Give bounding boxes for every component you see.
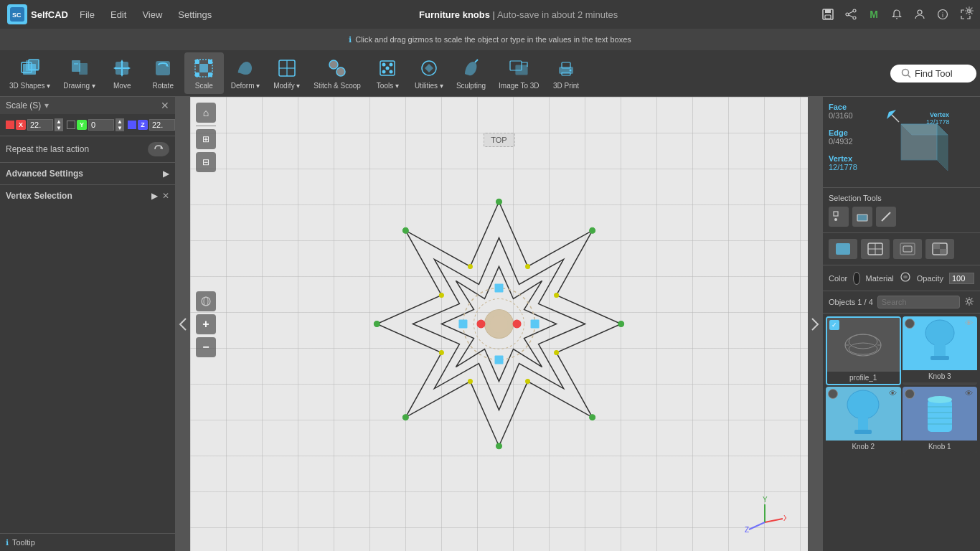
axis-x-checkbox[interactable] — [6, 121, 14, 129]
viewport-expand-icon[interactable]: ⊞ — [196, 129, 216, 149]
vertex-selection-arrow[interactable]: ▶ — [151, 191, 158, 201]
object-card-knob1[interactable]: 👁 Knob 1 — [903, 387, 978, 453]
objects-settings-button[interactable] — [964, 296, 974, 309]
svg-line-9 — [849, 15, 853, 17]
object-label-knob3: Knob 3 — [903, 370, 978, 382]
tool-tools[interactable]: Tools ▾ — [368, 52, 407, 94]
color-swatch[interactable] — [853, 272, 859, 285]
axis-z-checkbox[interactable] — [128, 121, 136, 129]
3d-print-label: 3D Print — [553, 82, 579, 90]
object-eye-knob1[interactable]: 👁 — [965, 389, 975, 399]
object-eye-knob3[interactable]: 👁 — [965, 319, 975, 329]
opacity-input[interactable] — [949, 273, 974, 284]
tool-3d-print[interactable]: 3D Print — [547, 52, 586, 94]
svg-point-70 — [526, 380, 530, 384]
select-vertex-tool[interactable] — [829, 207, 849, 227]
m-icon[interactable]: M — [867, 7, 881, 22]
tool-3d-shapes[interactable]: 3D Shapes ▾ — [4, 52, 56, 94]
svg-text:Z: Z — [745, 526, 749, 534]
solid-view-button[interactable] — [829, 239, 857, 259]
repeat-action-button[interactable] — [148, 142, 169, 156]
vertex-selection-close[interactable]: ✕ — [162, 191, 169, 201]
tool-move[interactable]: Move — [103, 52, 142, 94]
info-icon[interactable]: i — [936, 7, 950, 22]
zoom-out-control[interactable]: − — [196, 337, 216, 357]
tool-stitch-scoop[interactable]: Stitch & Scoop — [308, 52, 367, 94]
axis-z-input[interactable] — [149, 119, 175, 131]
texture-view-button[interactable] — [925, 239, 954, 259]
svg-rect-128 — [854, 430, 872, 434]
project-info: Furniture knobs | Auto-save in about 2 m… — [223, 9, 814, 20]
notification-icon[interactable] — [890, 7, 904, 22]
tool-drawing[interactable]: Drawing ▾ — [57, 52, 100, 94]
left-nav-arrow[interactable] — [176, 97, 190, 551]
select-edge-tool[interactable] — [876, 207, 896, 227]
axis-x-down[interactable]: ▼ — [55, 125, 63, 131]
viewport-home-button[interactable]: ⌂ — [196, 103, 216, 123]
tool-rotate[interactable]: Rotate — [143, 52, 183, 94]
menu-edit[interactable]: Edit — [106, 6, 131, 23]
xray-view-button[interactable] — [893, 239, 922, 259]
svg-point-44 — [386, 67, 390, 70]
advanced-settings-arrow: ▶ — [163, 169, 169, 179]
svg-marker-24 — [113, 67, 116, 70]
face-label: Face — [829, 103, 857, 111]
menu-settings[interactable]: Settings — [174, 6, 216, 23]
select-face-tool[interactable] — [852, 207, 872, 227]
user-icon[interactable] — [913, 7, 927, 22]
svg-point-6 — [846, 13, 849, 16]
svg-point-63 — [618, 321, 624, 326]
orbit-control[interactable] — [196, 291, 216, 311]
object-card-knob2[interactable]: 👁 Knob 2 — [826, 387, 901, 453]
axis-y-checkbox[interactable] — [67, 121, 75, 129]
axis-y-input[interactable] — [88, 119, 114, 131]
find-tool-button[interactable]: Find Tool — [890, 65, 976, 83]
viewport-collapse-icon[interactable]: ⊟ — [196, 152, 216, 172]
info-bar: ℹ Click and drag gizmos to scale the obj… — [0, 29, 980, 50]
panel-title: Scale (S) — [6, 100, 41, 110]
tool-sculpting[interactable]: Sculpting — [451, 52, 491, 94]
material-icon[interactable] — [900, 271, 911, 285]
search-icon — [901, 68, 911, 78]
panel-dropdown-icon[interactable]: ▾ — [44, 100, 49, 110]
zoom-in-control[interactable]: + — [196, 314, 216, 334]
wireframe-view-button[interactable] — [861, 239, 890, 259]
object-eye-knob2[interactable]: 👁 — [889, 389, 899, 399]
menu-view[interactable]: View — [138, 6, 166, 23]
right-panel: Face 0/3160 Edge 0/4932 Vertex 12/1778 — [822, 97, 980, 551]
tool-modify[interactable]: Modify ▾ — [267, 52, 306, 94]
tool-scale[interactable]: Scale — [184, 52, 224, 94]
sculpting-icon — [459, 57, 482, 80]
top-bar: SC SelfCAD File Edit View Settings Furni… — [0, 0, 980, 29]
svg-point-67 — [402, 415, 408, 420]
tool-image-to-3d[interactable]: Image To 3D — [493, 52, 545, 94]
share-icon[interactable] — [844, 7, 858, 22]
svg-point-65 — [402, 227, 408, 233]
viewport[interactable]: ⌂ ⊞ ⊟ TOP + − — [190, 97, 808, 551]
selection-tools-icons — [829, 207, 974, 227]
advanced-settings-row[interactable]: Advanced Settings ▶ — [0, 163, 175, 185]
selection-tools-label: Selection Tools — [829, 194, 974, 202]
axes-indicator: X Y Z — [743, 494, 786, 537]
objects-search-input[interactable] — [877, 296, 960, 309]
svg-point-84 — [513, 319, 522, 328]
axis-y-label: Y — [77, 120, 87, 130]
panel-close-button[interactable]: ✕ — [161, 100, 169, 111]
menu-file[interactable]: File — [75, 6, 99, 23]
object-card-knob3[interactable]: 👁 Knob 3 — [903, 316, 978, 385]
info-message: Click and drag gizmos to scale the objec… — [355, 35, 631, 44]
svg-rect-82 — [531, 319, 540, 328]
axis-y-down[interactable]: ▼ — [116, 125, 124, 131]
save-icon[interactable] — [821, 7, 835, 22]
right-nav-arrow[interactable] — [808, 97, 822, 551]
axis-x-up[interactable]: ▲ — [55, 118, 63, 125]
tooltip-text: Tooltip — [12, 538, 35, 547]
object-circle-knob3 — [905, 319, 915, 329]
axis-y-up[interactable]: ▲ — [116, 118, 124, 125]
tool-utilities[interactable]: Utilities ▾ — [409, 52, 449, 94]
utilities-icon — [418, 57, 440, 80]
object-card-profile1[interactable]: ✓ profile_1 — [826, 316, 901, 385]
axis-x-input[interactable] — [27, 119, 53, 131]
color-label: Color — [829, 274, 847, 283]
tool-deform[interactable]: Deform ▾ — [225, 52, 266, 94]
